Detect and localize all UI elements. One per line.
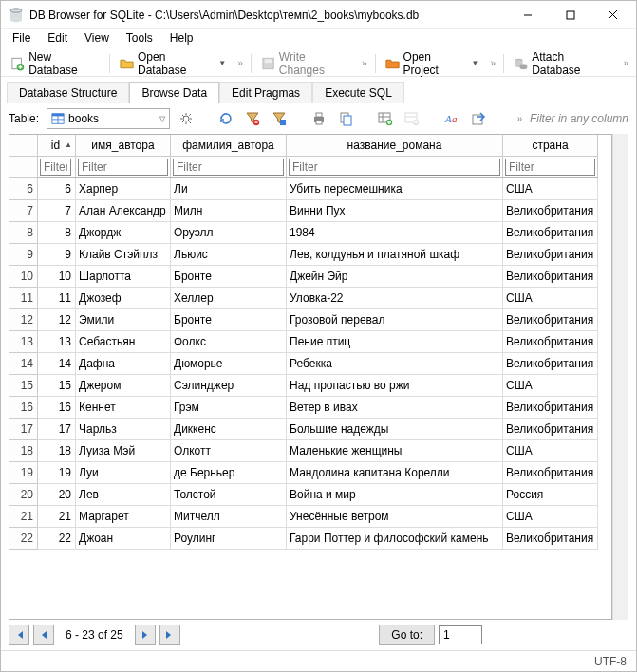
cell-first-name[interactable]: Шарлотта (76, 266, 171, 288)
column-header-id[interactable]: id▲ (38, 135, 76, 157)
cell-title[interactable]: Маленькие женщины (287, 440, 503, 462)
toolbar-overflow-3[interactable]: » (486, 58, 499, 68)
filter-id-input[interactable] (40, 159, 71, 176)
column-header-last-name[interactable]: фамилия_автора (171, 135, 287, 157)
open-project-button[interactable]: Open Project ▼ (380, 53, 485, 74)
cell-id[interactable]: 12 (38, 309, 76, 331)
column-header-country[interactable]: страна (503, 135, 598, 157)
cell-title[interactable]: Джейн Эйр (287, 266, 503, 288)
cell-first-name[interactable]: Харпер (76, 178, 171, 200)
table-row[interactable]: 66ХарперЛиУбить пересмешникаСША (9, 178, 611, 200)
row-number[interactable]: 19 (9, 462, 38, 484)
row-number[interactable]: 10 (9, 266, 38, 288)
cell-last-name[interactable]: Бронте (171, 266, 287, 288)
table-row[interactable]: 88ДжорджОруэлл1984Великобритания (9, 222, 611, 244)
cell-first-name[interactable]: Луи (76, 462, 171, 484)
cell-title[interactable]: Пение птиц (287, 331, 503, 353)
cell-country[interactable]: Великобритания (503, 331, 598, 353)
close-button[interactable] (591, 2, 634, 28)
row-number[interactable]: 7 (9, 200, 38, 222)
insert-values-button[interactable]: Aa (441, 108, 462, 129)
cell-country[interactable]: Великобритания (503, 462, 598, 484)
cell-id[interactable]: 21 (38, 506, 76, 528)
cell-title[interactable]: Большие надежды (287, 419, 503, 440)
cell-id[interactable]: 16 (38, 397, 76, 419)
minimize-button[interactable] (506, 2, 549, 28)
cell-last-name[interactable]: Грэм (171, 397, 287, 419)
cell-first-name[interactable]: Эмили (76, 309, 171, 331)
cell-id[interactable]: 6 (38, 178, 76, 200)
row-number[interactable]: 16 (9, 397, 38, 419)
cell-id[interactable]: 8 (38, 222, 76, 244)
cell-last-name[interactable]: Бронте (171, 309, 287, 331)
menu-file[interactable]: File (5, 29, 38, 50)
row-number[interactable]: 11 (9, 288, 38, 309)
cell-first-name[interactable]: Джордж (76, 222, 171, 244)
row-number[interactable]: 18 (9, 440, 38, 462)
filter-any-input[interactable]: Filter in any column (530, 112, 628, 125)
cell-first-name[interactable]: Луиза Мэй (76, 440, 171, 462)
cell-last-name[interactable]: Оруэлл (171, 222, 287, 244)
cell-last-name[interactable]: Диккенс (171, 419, 287, 440)
cell-first-name[interactable]: Алан Александр (76, 200, 171, 222)
cell-id[interactable]: 20 (38, 484, 76, 506)
column-header-title[interactable]: название_романа (287, 135, 503, 157)
filter-last-name-input[interactable] (173, 159, 284, 176)
cell-country[interactable]: Великобритания (503, 309, 598, 331)
cell-title[interactable]: Война и мир (287, 484, 503, 506)
cell-country[interactable]: США (503, 506, 598, 528)
row-number[interactable]: 14 (9, 353, 38, 375)
page-last-button[interactable] (159, 625, 180, 645)
row-number[interactable]: 22 (9, 528, 38, 550)
cell-title[interactable]: Ветер в ивах (287, 397, 503, 419)
table-row[interactable]: 1313СебастьянФолксПение птицВеликобритан… (9, 331, 611, 353)
table-row[interactable]: 1818Луиза МэйОлкоттМаленькие женщиныСША (9, 440, 611, 462)
toolbar-overflow-4[interactable]: » (619, 58, 632, 68)
cell-first-name[interactable]: Джоан (76, 528, 171, 550)
new-database-button[interactable]: New Database (5, 53, 105, 74)
table-row[interactable]: 1010ШарлоттаБронтеДжейн ЭйрВеликобритани… (9, 266, 611, 288)
delete-record-button[interactable] (402, 108, 422, 129)
table-row[interactable]: 99Клайв СтэйплзЛьюисЛев, колдунья и плат… (9, 244, 611, 266)
toolbar-overflow-2[interactable]: » (358, 58, 371, 68)
maximize-button[interactable] (549, 2, 591, 28)
menu-view[interactable]: View (77, 29, 117, 50)
cell-last-name[interactable]: Хеллер (171, 288, 287, 309)
page-first-button[interactable] (9, 625, 29, 645)
cell-country[interactable]: Великобритания (503, 266, 598, 288)
goto-input[interactable] (439, 625, 482, 644)
cell-title[interactable]: Гарри Поттер и философский камень (287, 528, 503, 550)
cell-id[interactable]: 13 (38, 331, 76, 353)
cell-title[interactable]: 1984 (287, 222, 503, 244)
toolbar-overflow-1[interactable]: » (234, 58, 247, 68)
cell-first-name[interactable]: Дафна (76, 353, 171, 375)
cell-title[interactable]: Унесённые ветром (287, 506, 503, 528)
menu-help[interactable]: Help (162, 29, 201, 50)
filter-overflow[interactable]: » (513, 114, 526, 124)
tab-browse-data[interactable]: Browse Data (129, 82, 219, 103)
filter-title-input[interactable] (289, 159, 500, 176)
table-row[interactable]: 77Алан АлександрМилнВинни ПухВеликобрита… (9, 200, 611, 222)
export-button[interactable] (468, 108, 489, 129)
row-number[interactable]: 13 (9, 331, 38, 353)
row-number[interactable]: 15 (9, 375, 38, 397)
cell-title[interactable]: Ребекка (287, 353, 503, 375)
cell-id[interactable]: 22 (38, 528, 76, 550)
row-number[interactable]: 21 (9, 506, 38, 528)
column-header-first-name[interactable]: имя_автора (76, 135, 171, 157)
cell-last-name[interactable]: Роулинг (171, 528, 287, 550)
table-row[interactable]: 1212ЭмилиБронтеГрозовой перевалВеликобри… (9, 309, 611, 331)
table-row[interactable]: 1515ДжеромСэлинджерНад пропастью во ржиС… (9, 375, 611, 397)
filter-country-input[interactable] (505, 159, 595, 176)
refresh-button[interactable] (215, 108, 236, 129)
cell-last-name[interactable]: Олкотт (171, 440, 287, 462)
vertical-scrollbar[interactable] (612, 134, 628, 620)
cell-last-name[interactable]: де Берньер (171, 462, 287, 484)
cell-last-name[interactable]: Фолкс (171, 331, 287, 353)
tab-execute-sql[interactable]: Execute SQL (312, 82, 404, 103)
cell-id[interactable]: 9 (38, 244, 76, 266)
configure-table-button[interactable] (176, 108, 197, 129)
cell-last-name[interactable]: Толстой (171, 484, 287, 506)
cell-country[interactable]: США (503, 178, 598, 200)
cell-country[interactable]: США (503, 288, 598, 309)
